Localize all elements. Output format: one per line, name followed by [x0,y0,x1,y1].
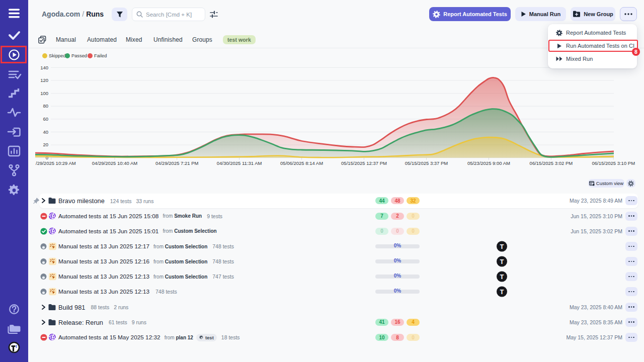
svg-text:Failed: Failed [94,53,107,58]
svg-text:100: 100 [40,90,48,96]
svg-text:05/15/2025 3:37 PM: 05/15/2025 3:37 PM [405,160,448,166]
svg-text:Passed: Passed [71,53,87,58]
svg-text:60: 60 [43,116,48,122]
svg-text:40: 40 [43,129,48,135]
svg-text:Skipped: Skipped [49,53,66,58]
svg-text:04/29/2025 7:21 PM: 04/29/2025 7:21 PM [155,160,199,166]
svg-text:05/06/2025 8:14 AM: 05/06/2025 8:14 AM [280,160,323,166]
svg-text:20: 20 [43,142,48,147]
svg-text:120: 120 [40,77,48,83]
svg-text:06/15/2025 3:02 PM: 06/15/2025 3:02 PM [530,160,573,166]
svg-text:140: 140 [40,65,48,70]
svg-text:80: 80 [43,103,48,109]
svg-text:05/15/2025 12:37 PM: 05/15/2025 12:37 PM [341,160,387,166]
svg-text:04/30/2025 11:31 AM: 04/30/2025 11:31 AM [217,160,262,166]
svg-text:04/29/2025 10:40 AM: 04/29/2025 10:40 AM [92,160,137,166]
svg-text:/29/2025 10:29 AM: /29/2025 10:29 AM [36,160,76,166]
svg-text:06/15/2025 3:10 PM: 06/15/2025 3:10 PM [592,160,635,166]
svg-text:05/23/2025 9:00 AM: 05/23/2025 9:00 AM [467,160,510,166]
